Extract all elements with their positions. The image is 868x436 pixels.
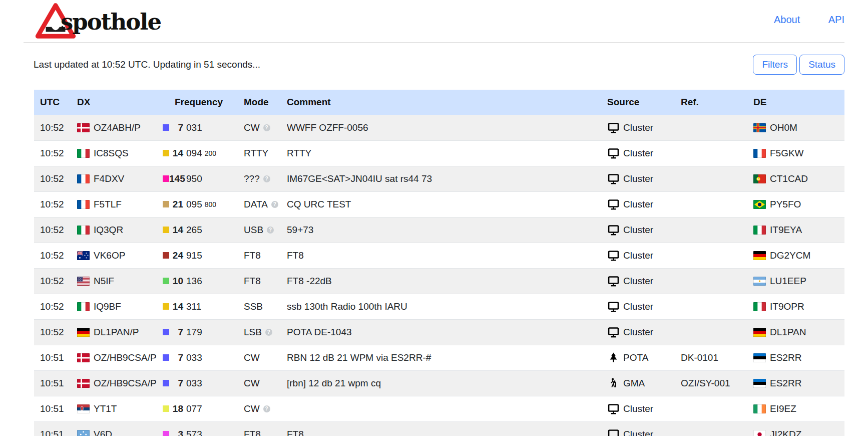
spot-comment: ssb 130th Radio 100th IARU (287, 294, 607, 319)
de-callsign[interactable]: IT9EYA (770, 225, 802, 236)
spot-source-cell: Cluster (607, 319, 681, 345)
de-callsign[interactable]: JI2KDZ (770, 429, 801, 436)
de-country-flag-germany-icon (753, 328, 766, 337)
de-country-flag-portugal-icon (753, 174, 766, 183)
de-callsign[interactable]: ES2RR (770, 352, 801, 363)
de-callsign[interactable]: EI9EZ (770, 403, 796, 414)
spot-time: 10:52 (34, 191, 77, 217)
band-color-icon (163, 354, 169, 361)
spot-dx-cell: V6D (77, 421, 163, 436)
spot-ref (681, 115, 753, 140)
table-row: 10:52F4DXV145950????IM67GE<SAT>JN04IU sa… (34, 166, 844, 191)
spot-time: 10:51 (34, 396, 77, 421)
frequency-sub-khz: 200 (205, 149, 216, 157)
monitor-icon (607, 198, 620, 210)
source-label: Cluster (623, 301, 653, 312)
spot-source-cell: POTA (607, 345, 681, 370)
spot-frequency-cell: 14094200 (163, 140, 244, 166)
spot-de-cell: JI2KDZ (753, 421, 844, 436)
de-callsign[interactable]: PY5FO (770, 199, 801, 210)
band-color-icon (163, 278, 169, 284)
spot-mode-cell: CW (244, 345, 287, 370)
spot-dx-cell: N5IF (77, 268, 163, 294)
dx-callsign[interactable]: VK6OP (94, 250, 125, 261)
dx-callsign[interactable]: V6D (94, 429, 112, 436)
dx-callsign[interactable]: OZ/HB9CSA/P (94, 352, 157, 363)
frequency-khz: 915 (186, 250, 202, 261)
spot-time: 10:52 (34, 217, 77, 243)
spot-de-cell: IT9OPR (753, 294, 844, 319)
band-color-icon (163, 150, 169, 156)
band-color-icon (163, 252, 169, 259)
mode-help-icon[interactable]: ? (263, 405, 270, 412)
column-header-comment: Comment (287, 90, 607, 115)
spot-comment: FT8 (287, 243, 607, 268)
mode-help-icon[interactable]: ? (265, 329, 272, 336)
spot-ref (681, 243, 753, 268)
spot-dx-cell: IQ3QR (77, 217, 163, 243)
dx-callsign[interactable]: IQ9BF (94, 301, 121, 312)
table-row: 10:52IQ3QR14265USB?59+73ClusterIT9EYA (34, 217, 844, 243)
table-row: 10:52VK6OP24915FT8FT8ClusterDG2YCM (34, 243, 844, 268)
dx-callsign[interactable]: F4DXV (94, 173, 124, 184)
de-callsign[interactable]: CT1CAD (770, 173, 808, 184)
frequency-khz: 077 (186, 403, 202, 414)
filters-button[interactable]: Filters (753, 55, 797, 75)
spot-dx-cell: VK6OP (77, 243, 163, 268)
spot-mode-cell: RTTY (244, 140, 287, 166)
dx-callsign[interactable]: IC8SQS (94, 148, 129, 159)
de-callsign[interactable]: DG2YCM (770, 250, 810, 261)
spot-ref (681, 140, 753, 166)
site-header: spothole About API (24, 0, 844, 43)
dx-callsign[interactable]: N5IF (94, 276, 114, 287)
status-button[interactable]: Status (799, 55, 844, 75)
dx-callsign[interactable]: DL1PAN/P (94, 327, 139, 338)
nav-about-link[interactable]: About (774, 14, 800, 25)
spot-comment: POTA DE-1043 (287, 319, 607, 345)
logo[interactable]: spothole (34, 3, 161, 39)
de-callsign[interactable]: LU1EEP (770, 276, 806, 287)
mode-help-icon[interactable]: ? (263, 124, 270, 131)
dx-country-flag-usa-icon (77, 277, 90, 286)
frequency-mhz: 21 (169, 199, 183, 210)
spot-dx-cell: F4DXV (77, 166, 163, 191)
frequency-mhz: 7 (169, 352, 183, 363)
spot-source-cell: Cluster (607, 243, 681, 268)
source-label: Cluster (623, 199, 653, 210)
spot-time: 10:51 (34, 421, 77, 436)
mode-help-icon[interactable]: ? (271, 201, 278, 208)
de-callsign[interactable]: IT9OPR (770, 301, 804, 312)
monitor-icon (607, 250, 620, 262)
top-nav: About API (748, 14, 844, 26)
brand-name: spothole (61, 9, 161, 35)
frequency-mhz: 24 (169, 250, 183, 261)
dx-callsign[interactable]: IQ3QR (94, 225, 123, 236)
spot-comment: RBN 12 dB 21 WPM via ES2RR-# (287, 345, 607, 370)
mode-help-icon[interactable]: ? (267, 227, 274, 234)
mode-help-icon[interactable]: ? (263, 175, 270, 182)
spot-ref (681, 421, 753, 436)
spot-mode-cell: USB? (244, 217, 287, 243)
dx-callsign[interactable]: YT1T (94, 403, 117, 414)
frequency-khz: 573 (186, 429, 202, 436)
band-color-icon (163, 227, 169, 233)
spot-frequency-cell: 18077 (163, 396, 244, 421)
de-country-flag-ireland-icon (753, 404, 766, 413)
frequency-mhz: 14 (169, 301, 183, 312)
de-callsign[interactable]: OH0M (770, 122, 797, 133)
nav-api-link[interactable]: API (828, 14, 844, 25)
dx-callsign[interactable]: OZ4ABH/P (94, 122, 141, 133)
spot-ref (681, 191, 753, 217)
spot-dx-cell: DL1PAN/P (77, 319, 163, 345)
dx-callsign[interactable]: OZ/HB9CSA/P (94, 378, 157, 389)
table-row: 10:52N5IF10136FT8FT8 -22dBClusterLU1EEP (34, 268, 844, 294)
de-callsign[interactable]: ES2RR (770, 378, 801, 389)
dx-country-flag-denmark-icon (77, 379, 90, 388)
spot-comment: [rbn] 12 db 21 wpm cq (287, 370, 607, 396)
de-callsign[interactable]: F5GKW (770, 148, 804, 159)
table-row: 10:51OZ/HB9CSA/P7033CW[rbn] 12 db 21 wpm… (34, 370, 844, 396)
dx-callsign[interactable]: F5TLF (94, 199, 122, 210)
de-callsign[interactable]: DL1PAN (770, 327, 806, 338)
spot-ref (681, 268, 753, 294)
spot-dx-cell: IQ9BF (77, 294, 163, 319)
